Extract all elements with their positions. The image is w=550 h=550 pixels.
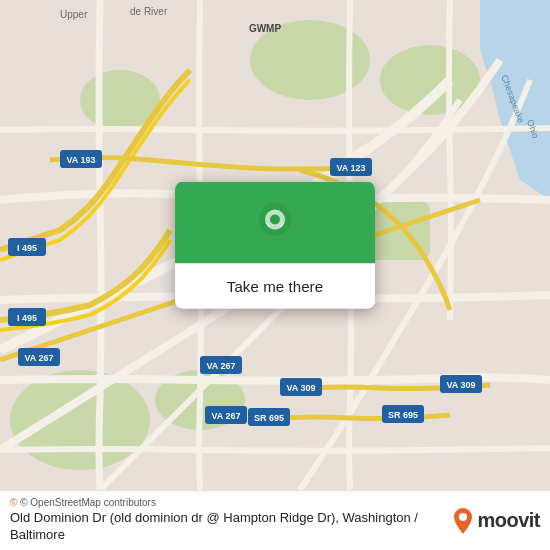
pin-area <box>175 182 375 264</box>
overlay-card: Take me there <box>175 182 375 309</box>
svg-text:I 495: I 495 <box>17 243 37 253</box>
svg-text:VA 123: VA 123 <box>336 163 365 173</box>
moovit-logo: moovit <box>452 507 540 535</box>
svg-text:de River: de River <box>130 6 168 17</box>
svg-text:VA 267: VA 267 <box>211 411 240 421</box>
svg-point-37 <box>459 513 467 521</box>
svg-point-3 <box>10 370 150 470</box>
svg-text:VA 267: VA 267 <box>206 361 235 371</box>
moovit-wordmark: moovit <box>477 509 540 532</box>
svg-text:GWMP: GWMP <box>249 23 282 34</box>
svg-text:VA 309: VA 309 <box>286 383 315 393</box>
svg-text:VA 193: VA 193 <box>66 155 95 165</box>
map-container: I 495 I 495 VA 193 VA 267 VA 267 VA 267 … <box>0 0 550 490</box>
location-pin-icon <box>253 202 297 246</box>
svg-text:Upper: Upper <box>60 9 88 20</box>
take-me-there-button[interactable]: Take me there <box>175 264 375 309</box>
map-attribution: © © OpenStreetMap contributors <box>10 497 430 508</box>
svg-text:SR 695: SR 695 <box>388 410 418 420</box>
moovit-pin-icon <box>452 507 474 535</box>
svg-text:SR 695: SR 695 <box>254 413 284 423</box>
bottom-info-bar: © © OpenStreetMap contributors Old Domin… <box>0 490 550 550</box>
location-name: Old Dominion Dr (old dominion dr @ Hampt… <box>10 510 430 544</box>
attribution-text: © OpenStreetMap contributors <box>20 497 156 508</box>
svg-text:VA 267: VA 267 <box>24 353 53 363</box>
svg-text:I 495: I 495 <box>17 313 37 323</box>
bottom-left-content: © © OpenStreetMap contributors Old Domin… <box>10 497 430 544</box>
svg-text:VA 309: VA 309 <box>446 380 475 390</box>
